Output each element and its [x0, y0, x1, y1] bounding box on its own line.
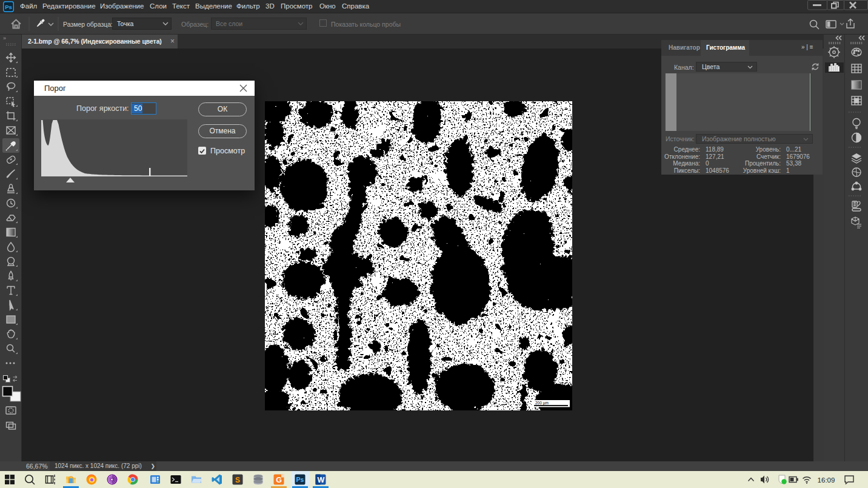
svg-text:»: »	[3, 35, 6, 41]
svg-text:S: S	[235, 476, 240, 484]
svg-text:G: G	[276, 476, 282, 484]
svg-text:16:09: 16:09	[818, 476, 835, 484]
svg-text:Ps: Ps	[5, 4, 12, 10]
svg-text:200 µm: 200 µm	[535, 401, 549, 406]
svg-text:W: W	[318, 476, 325, 484]
svg-text:Ps: Ps	[296, 476, 304, 483]
